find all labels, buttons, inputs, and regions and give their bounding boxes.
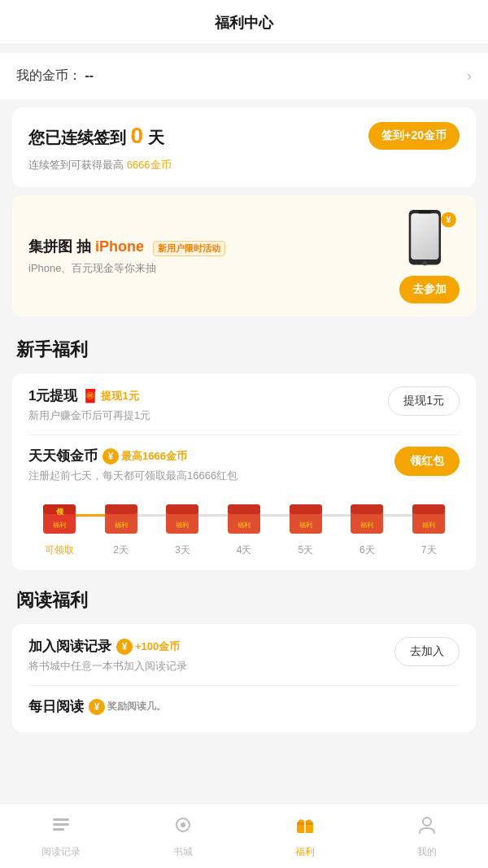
redpacket-button[interactable]: 领红包: [394, 447, 460, 476]
promo-title: 集拼图 抽 iPhone 新用户限时活动: [28, 237, 225, 256]
envelope-day-6[interactable]: 福利 6天: [337, 496, 399, 557]
envelope-icon-6: 福利: [348, 496, 386, 540]
signin-button[interactable]: 签到+20金币: [368, 122, 460, 150]
benefits-icon: [294, 813, 316, 842]
svg-rect-12: [105, 504, 137, 514]
svg-rect-18: [228, 504, 260, 514]
nav-item-reading-record[interactable]: 阅读记录: [0, 813, 122, 859]
signin-subtitle: 连续签到可获得最高 6666金币: [28, 158, 460, 172]
benefit-row-cashout: 1元提现 🧧 提现1元 新用户赚金币后可再提1元 提现1元: [28, 386, 460, 423]
envelope-container: 领 福利 可领取 福利 2天: [28, 496, 460, 557]
benefit-row-reading-record: 加入阅读记录 ¥ +100金币 将书城中任意一本书加入阅读记录 去加入: [28, 637, 460, 674]
benefit-desc-cashout: 新用户赚金币后可再提1元: [28, 408, 150, 423]
promo-badge: 新用户限时活动: [153, 241, 225, 256]
svg-text:福利: 福利: [53, 521, 66, 529]
svg-text:福利: 福利: [422, 521, 435, 529]
envelope-day-3[interactable]: 福利 3天: [151, 496, 213, 557]
reading-coin-icon: ¥: [116, 639, 133, 655]
envelope-icon-7: 福利: [410, 496, 447, 540]
envelope-label-4: 4天: [237, 543, 252, 557]
svg-text:福利: 福利: [237, 521, 251, 529]
divider-1: [28, 434, 460, 435]
bottom-nav: 阅读记录 书城 福利 我的: [0, 803, 488, 868]
svg-point-4: [423, 261, 428, 266]
envelope-day-4[interactable]: 福利 4天: [213, 496, 275, 557]
envelope-label-1: 可领取: [45, 543, 74, 557]
benefit-tag-cashout: 🧧 提现1元: [82, 388, 138, 403]
benefit-tag-daily: ¥ 最高1666金币: [102, 448, 187, 465]
svg-rect-2: [412, 214, 439, 260]
reading-section-title: 阅读福利: [0, 575, 488, 619]
profile-icon: [416, 813, 438, 842]
envelope-label-3: 3天: [175, 543, 190, 557]
nav-label-benefits: 福利: [295, 845, 315, 859]
envelope-icon-3: 福利: [163, 496, 201, 540]
envelope-icon-2: 福利: [102, 496, 140, 540]
svg-text:福利: 福利: [360, 521, 373, 529]
nav-item-benefits[interactable]: 福利: [244, 813, 366, 859]
page-title: 福利中心: [215, 15, 273, 31]
svg-text:¥: ¥: [446, 215, 451, 225]
promo-right: ¥ 去参加: [399, 208, 460, 303]
newbie-section-title: 新手福利: [0, 325, 488, 369]
svg-rect-29: [53, 818, 69, 821]
envelope-day-2[interactable]: 福利 2天: [90, 496, 152, 557]
promo-card: 集拼图 抽 iPhone 新用户限时活动 iPhone、百元现金等你来抽 ¥: [12, 195, 476, 316]
envelope-label-6: 6天: [359, 543, 375, 557]
benefit-name-daily: 天天领金币: [28, 447, 98, 465]
bookstore-icon: [172, 813, 194, 842]
divider-2: [28, 685, 460, 686]
coin-icon: ¥: [102, 448, 119, 465]
svg-point-37: [423, 818, 431, 826]
nav-label-profile: 我的: [417, 845, 437, 859]
add-reading-record-button[interactable]: 去加入: [394, 637, 460, 666]
svg-text:福利: 福利: [176, 521, 189, 529]
svg-point-33: [181, 822, 185, 827]
benefit-name-reading-record: 加入阅读记录: [28, 637, 111, 656]
promo-sub: iPhone、百元现金等你来抽: [28, 261, 225, 276]
svg-rect-21: [290, 504, 322, 514]
svg-rect-15: [166, 504, 198, 514]
svg-rect-30: [53, 823, 69, 826]
daily-reading-coin-icon: ¥: [89, 699, 105, 715]
envelope-day-5[interactable]: 福利 5天: [275, 496, 337, 557]
coins-row[interactable]: 我的金币： -- ›: [0, 53, 488, 99]
reading-record-icon: [50, 813, 72, 842]
envelope-label-2: 2天: [113, 543, 129, 557]
svg-text:福利: 福利: [115, 521, 128, 529]
page-header: 福利中心: [0, 0, 488, 45]
benefit-name-cashout: 1元提现: [28, 386, 77, 405]
coins-label: 我的金币： --: [16, 68, 94, 85]
promo-join-button[interactable]: 去参加: [399, 276, 460, 303]
promo-left: 集拼图 抽 iPhone 新用户限时活动 iPhone、百元现金等你来抽: [28, 237, 225, 276]
benefit-desc-daily: 注册起前七天，每天都可领取最高16666红包: [28, 469, 237, 483]
signin-card: 您已连续签到 0 天 签到+20金币 连续签到可获得最高 6666金币: [12, 107, 476, 187]
cashout-button[interactable]: 提现1元: [388, 386, 460, 416]
benefit-row-daily-coins: 天天领金币 ¥ 最高1666金币 注册起前七天，每天都可领取最高16666红包 …: [28, 447, 460, 483]
envelope-label-7: 7天: [421, 543, 437, 557]
reading-benefits-card: 加入阅读记录 ¥ +100金币 将书城中任意一本书加入阅读记录 去加入 每日阅读…: [12, 624, 476, 732]
svg-rect-3: [418, 211, 432, 214]
newbie-benefits-card: 1元提现 🧧 提现1元 新用户赚金币后可再提1元 提现1元 天天领金币 ¥ 最高: [12, 373, 476, 570]
benefit-tag-reading-record: ¥ +100金币: [116, 639, 180, 655]
svg-text:福利: 福利: [299, 521, 312, 529]
svg-rect-24: [351, 504, 383, 514]
envelope-icon-1: 领 福利: [41, 496, 78, 540]
benefit-tag-daily-reading: ¥ 奖励阅读几。: [89, 699, 166, 715]
nav-label-reading-record: 阅读记录: [41, 845, 81, 859]
signin-title: 您已连续签到 0 天: [28, 123, 164, 149]
phone-illustration: ¥: [401, 208, 458, 269]
envelope-day-7[interactable]: 福利 7天: [398, 496, 460, 557]
nav-item-bookstore[interactable]: 书城: [122, 813, 244, 859]
envelope-row: 领 福利 可领取 福利 2天: [28, 496, 460, 557]
nav-label-bookstore: 书城: [173, 845, 193, 859]
svg-rect-27: [412, 504, 445, 514]
coins-chevron-icon: ›: [467, 68, 472, 85]
svg-rect-31: [53, 828, 64, 831]
envelope-day-1[interactable]: 领 福利 可领取: [28, 496, 90, 557]
benefit-row-daily-reading: 每日阅读 ¥ 奖励阅读几。: [28, 697, 460, 719]
benefit-desc-reading-record: 将书城中任意一本书加入阅读记录: [28, 659, 187, 674]
nav-item-profile[interactable]: 我的: [366, 813, 488, 859]
svg-text:领: 领: [54, 508, 63, 516]
envelope-icon-4: 福利: [225, 496, 263, 540]
